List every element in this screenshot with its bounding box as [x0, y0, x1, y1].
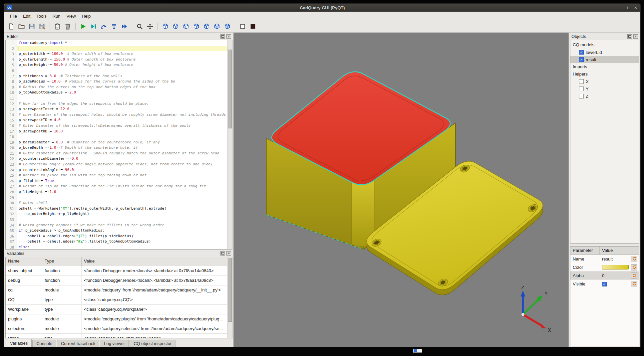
- debug-button[interactable]: [89, 22, 98, 31]
- render-button[interactable]: [79, 22, 88, 31]
- tree-item-z[interactable]: Z: [570, 92, 639, 100]
- checked-checkbox[interactable]: ✓: [579, 57, 584, 62]
- code-line-34[interactable]: 34# weird geometry happens if we make th…: [6, 223, 232, 228]
- view-right-button[interactable]: [212, 22, 221, 31]
- code-line-17[interactable]: 17p_screwpostOD·=·10.0: [6, 129, 232, 134]
- color-swatch[interactable]: [602, 265, 629, 269]
- variable-row-debug[interactable]: debugfunction<function Debugger.render.<…: [6, 276, 232, 285]
- code-line-13[interactable]: 13p_screwpostInset·=·12.0: [6, 106, 232, 112]
- code-line-9[interactable]: 9# Radius for the curves on the top and …: [6, 85, 232, 90]
- code-line-3[interactable]: 3p_outerWidth·=·100.0··# Outer width of …: [6, 51, 232, 57]
- code-line-5[interactable]: 5p_outerHeight·=·50.0·# Outer height of …: [6, 62, 232, 68]
- view-left-button[interactable]: [202, 22, 211, 31]
- delete-button[interactable]: [63, 22, 72, 31]
- variable-row-plugins[interactable]: pluginsmodule<module 'cadquery.plugins' …: [6, 314, 232, 324]
- menu-view[interactable]: View: [64, 12, 79, 20]
- minimize-button[interactable]: –: [618, 4, 621, 12]
- variable-row-cq[interactable]: CQtype<class 'cadquery.cq.CQ'>: [6, 295, 232, 305]
- copy-button[interactable]: [53, 22, 62, 31]
- menu-file[interactable]: File: [7, 12, 20, 20]
- code-line-23[interactable]: 23# Countersink angle (complete angle be…: [6, 162, 232, 167]
- code-line-28[interactable]: 28p_lipHeight·=·1.0: [6, 189, 232, 195]
- wireframe-button[interactable]: [238, 22, 247, 31]
- zoom-button[interactable]: [135, 22, 144, 31]
- code-line-18[interactable]: 18: [6, 134, 232, 140]
- step-over-button[interactable]: [99, 22, 108, 31]
- undock-panel-icon[interactable]: [220, 34, 225, 39]
- tab-console[interactable]: Console: [32, 340, 56, 347]
- code-editor[interactable]: 1from·cadquery·import·*23p_outerWidth·=·…: [5, 40, 232, 250]
- variables-scrollbar-thumb[interactable]: [228, 258, 232, 322]
- tab-log-viewer[interactable]: Log viewer: [100, 340, 129, 347]
- close-panel-icon[interactable]: ✕: [226, 34, 231, 39]
- tree-item-y[interactable]: Y: [570, 85, 639, 92]
- tab-cq-object-inspector[interactable]: CQ object inspector: [130, 340, 175, 347]
- variable-row-selectors[interactable]: selectorsmodule<module 'cadquery.selecto…: [6, 324, 232, 334]
- tree-group-helpers[interactable]: Helpers: [570, 71, 639, 78]
- view-front-button[interactable]: [161, 22, 170, 31]
- unchecked-checkbox[interactable]: [579, 79, 584, 84]
- code-line-30[interactable]: 30# outer shell: [6, 200, 232, 206]
- menu-run[interactable]: Run: [50, 12, 64, 20]
- code-line-22[interactable]: 22p_countersinkDiameter·=·0.0: [6, 156, 232, 162]
- code-line-26[interactable]: 26p_flipLid·=·True: [6, 178, 232, 184]
- checked-checkbox[interactable]: ✓: [602, 282, 607, 286]
- code-line-25[interactable]: 25# Whether to place the lid with the to…: [6, 173, 232, 178]
- variable-row-plane[interactable]: Planetype<class 'cadquery.occ_impl.geom.…: [6, 334, 232, 338]
- view-iso-button[interactable]: [223, 22, 232, 31]
- code-line-19[interactable]: 19p_boreDiameter·=·8.0··# Diameter of th…: [6, 140, 232, 145]
- code-line-37[interactable]: 37····oshell·=·oshell.edges("#Z").fillet…: [6, 239, 232, 245]
- code-line-31[interactable]: 31oshell·=·Workplane("XY").rect(p_outerW…: [6, 206, 232, 212]
- save-button[interactable]: [27, 22, 36, 31]
- view-back-button[interactable]: [171, 22, 180, 31]
- tree-item-result[interactable]: ✓result: [570, 56, 639, 63]
- editor-scrollbar[interactable]: [227, 40, 232, 249]
- column-header-type[interactable]: Type: [42, 257, 82, 266]
- tree-group-cq-models[interactable]: CQ models: [570, 41, 639, 49]
- parameter-row-color[interactable]: Color: [570, 263, 639, 271]
- code-line-10[interactable]: 10p_topAndBottomRadius·=·2.0: [6, 90, 232, 95]
- unchecked-checkbox[interactable]: [579, 87, 584, 91]
- continue-button[interactable]: [120, 22, 129, 31]
- revert-visible-button[interactable]: [631, 281, 637, 287]
- revert-alpha-button[interactable]: [631, 272, 637, 279]
- tab-current-traceback[interactable]: Current traceback: [57, 340, 99, 347]
- editor-scrollbar-thumb[interactable]: [228, 50, 232, 128]
- new-file-button[interactable]: [7, 22, 16, 31]
- column-header-name[interactable]: Name: [6, 257, 42, 266]
- code-line-1[interactable]: 1from·cadquery·import·*: [6, 40, 232, 46]
- tree-group-imports[interactable]: Imports: [570, 63, 639, 71]
- undock-panel-icon[interactable]: [220, 251, 225, 256]
- revert-name-button[interactable]: [631, 256, 637, 262]
- variable-row-show-object[interactable]: show_objectfunction<function Debugger.re…: [6, 266, 232, 276]
- tab-variables[interactable]: Variables: [6, 339, 32, 347]
- variable-row-cq[interactable]: cqmodule<module 'cadquery' from '/home/a…: [6, 285, 232, 295]
- close-button[interactable]: ×: [634, 4, 637, 12]
- code-line-11[interactable]: 11: [6, 95, 232, 101]
- undock-panel-icon[interactable]: [627, 34, 632, 39]
- code-line-27[interactable]: 27# Height of lip on the underside of th…: [6, 184, 232, 189]
- variables-scrollbar[interactable]: [227, 257, 232, 338]
- code-line-16[interactable]: 16# Outer Diameter of the screwposts.\nD…: [6, 123, 232, 129]
- open-file-button[interactable]: [17, 22, 26, 31]
- maximize-button[interactable]: +: [626, 4, 629, 12]
- checked-checkbox[interactable]: ✓: [579, 50, 584, 55]
- save-as-button[interactable]: [38, 22, 47, 31]
- menu-tools[interactable]: Tools: [33, 12, 49, 20]
- viewport-3d[interactable]: Z Y X: [233, 33, 569, 347]
- view-bottom-button[interactable]: [192, 22, 201, 31]
- title-bar[interactable]: cq CadQuery GUI (PyQT) – + ×: [4, 4, 640, 12]
- parameter-row-visible[interactable]: Visible✓: [570, 280, 639, 288]
- unchecked-checkbox[interactable]: [579, 94, 584, 98]
- parameter-row-alpha[interactable]: Alpha0: [570, 271, 639, 280]
- code-line-6[interactable]: 6: [6, 68, 232, 74]
- close-panel-icon[interactable]: ✕: [633, 34, 638, 39]
- code-line-36[interactable]: 36····oshell·=·oshell.edges("|Z").fillet…: [6, 234, 232, 239]
- revert-color-button[interactable]: [631, 264, 637, 270]
- code-line-35[interactable]: 35if·p_sideRadius·>·p_topAndBottomRadius…: [6, 228, 232, 234]
- view-top-button[interactable]: [181, 22, 190, 31]
- shaded-button[interactable]: [248, 22, 257, 31]
- code-line-20[interactable]: 20p_boreDepth·=·1.0··# Depth of the coun…: [6, 145, 232, 151]
- code-line-21[interactable]: 21# Outer diameter of countersink. Shoul…: [6, 151, 232, 156]
- code-line-4[interactable]: 4p_outerLength·=·150.0·# Outer length of…: [6, 57, 232, 63]
